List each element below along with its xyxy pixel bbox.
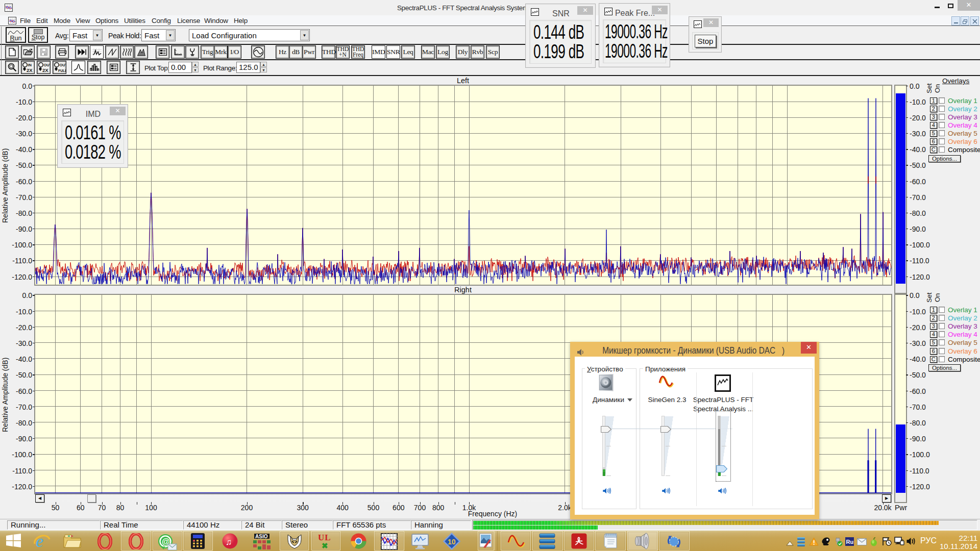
svg-text:ASIO: ASIO <box>255 534 268 539</box>
svg-text:OUT: OUT <box>59 63 66 67</box>
svg-text:10: 10 <box>448 538 456 546</box>
svg-text:✖: ✖ <box>322 541 328 550</box>
svg-text:2X: 2X <box>42 67 48 73</box>
svg-text:♫: ♫ <box>226 537 232 547</box>
svg-text:2X: 2X <box>27 67 33 73</box>
svg-text:Ru: Ru <box>846 539 854 545</box>
svg-text:FULL: FULL <box>58 69 66 72</box>
